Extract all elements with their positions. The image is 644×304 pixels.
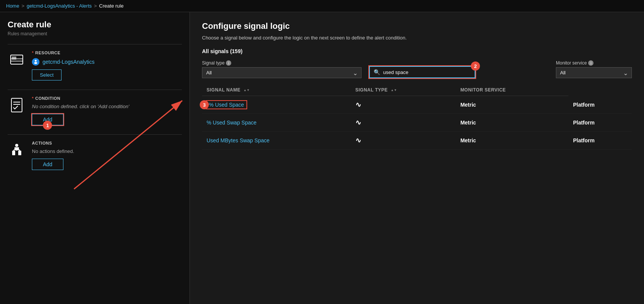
monitor-service-cell: Platform	[568, 96, 632, 114]
signal-type-label: Signal type i	[202, 60, 361, 66]
signals-count: All signals (159)	[202, 48, 632, 54]
resource-required-star: *	[32, 50, 34, 55]
condition-section: * CONDITION No condition defined. click …	[8, 96, 182, 125]
signal-type-cell: Metric	[456, 96, 568, 114]
search-input[interactable]	[383, 69, 471, 75]
monitor-service-filter: Monitor service i All	[556, 60, 632, 78]
page-subtitle: Rules management	[8, 31, 182, 36]
signal-type-select[interactable]: All	[202, 67, 361, 78]
breadcrumb-sep2: >	[94, 3, 97, 9]
actions-description: No actions defined.	[32, 148, 182, 154]
resource-badge-icon	[32, 58, 39, 66]
col-signal-name: SIGNAL NAME ▲▼	[202, 84, 351, 96]
metric-icon-cell: ∿	[351, 114, 456, 132]
monitor-service-label: Monitor service i	[556, 60, 632, 66]
table-row: Used MBytes Swap Space∿MetricPlatform	[202, 132, 632, 150]
signal-type-filter: Signal type i All	[202, 60, 361, 78]
resource-icon	[8, 50, 26, 69]
step-badge-3: 3	[200, 100, 209, 109]
search-box[interactable]: 🔍	[369, 66, 475, 78]
metric-icon: ∿	[355, 137, 361, 144]
condition-description: No condition defined. click on 'Add cond…	[32, 104, 182, 109]
signal-name-sort[interactable]: ▲▼	[243, 89, 250, 92]
add-actions-button[interactable]: Add	[32, 159, 63, 170]
signal-type-sort[interactable]: ▲▼	[391, 89, 397, 92]
monitor-service-info-icon: i	[588, 60, 593, 66]
condition-content: * CONDITION No condition defined. click …	[32, 96, 182, 125]
metric-icon: ∿	[355, 101, 361, 109]
breadcrumb-current: Create rule	[99, 3, 123, 9]
signal-type-cell: Metric	[456, 114, 568, 132]
right-panel: Configure signal logic Choose a signal b…	[190, 12, 644, 304]
signal-name-cell[interactable]: Used MBytes Swap Space	[202, 132, 351, 150]
signal-name-cell[interactable]: 3% Used Space	[202, 96, 351, 114]
condition-label: * CONDITION	[32, 96, 182, 101]
condition-required-star: *	[32, 96, 34, 101]
filter-row: Signal type i All 🔍 2 Mon	[202, 60, 632, 78]
signal-type-info-icon: i	[226, 60, 231, 66]
signal-type-select-wrapper[interactable]: All	[202, 67, 361, 78]
condition-icon	[8, 96, 26, 114]
resource-label: * RESOURCE	[32, 50, 182, 55]
step-badge-1: 1	[43, 121, 52, 130]
resource-name-text: getcmd-LogsAnalytics	[43, 59, 95, 65]
step-badge-2: 2	[471, 61, 480, 71]
panel-title: Configure signal logic	[202, 21, 632, 31]
monitor-service-cell: Platform	[568, 114, 632, 132]
monitor-service-cell: Platform	[568, 132, 632, 150]
search-icon: 🔍	[374, 69, 380, 75]
actions-label: ACTIONS	[32, 141, 182, 145]
monitor-service-select[interactable]: All	[556, 67, 632, 78]
col-monitor-service: MONITOR SERVICE	[456, 84, 568, 96]
signal-name-cell[interactable]: % Used Swap Space	[202, 114, 351, 132]
svg-rect-1	[12, 57, 16, 60]
svg-rect-6	[11, 98, 22, 112]
table-row: 3% Used Space∿MetricPlatform	[202, 96, 632, 114]
breadcrumb: Home > getcmd-LogsAnalytics - Alerts > C…	[0, 0, 644, 12]
panel-description: Choose a signal below and configure the …	[202, 35, 632, 41]
svg-point-9	[15, 144, 18, 147]
table-row: % Used Swap Space∿MetricPlatform	[202, 114, 632, 132]
actions-icon	[8, 141, 26, 159]
resource-section: * RESOURCE getcmd-LogsAnalytics Select	[8, 50, 182, 80]
left-panel: Create rule Rules management * RESOURCE	[0, 12, 190, 304]
metric-icon-cell: ∿	[351, 96, 456, 114]
resource-name-display: getcmd-LogsAnalytics	[32, 58, 182, 66]
signal-type-cell: Metric	[456, 132, 568, 150]
page-title: Create rule	[8, 20, 182, 30]
select-button[interactable]: Select	[32, 69, 62, 80]
svg-rect-10	[14, 147, 19, 150]
signals-table: SIGNAL NAME ▲▼ SIGNAL TYPE ▲▼ MONITOR SE…	[202, 84, 632, 150]
col-signal-type: SIGNAL TYPE ▲▼	[351, 84, 456, 96]
breadcrumb-alerts[interactable]: getcmd-LogsAnalytics - Alerts	[27, 3, 92, 9]
svg-point-5	[34, 62, 37, 64]
monitor-service-select-wrapper[interactable]: All	[556, 67, 632, 78]
metric-icon-cell: ∿	[351, 132, 456, 150]
metric-icon: ∿	[355, 119, 361, 126]
svg-point-4	[35, 60, 37, 62]
breadcrumb-home[interactable]: Home	[6, 3, 19, 9]
breadcrumb-sep1: >	[22, 3, 25, 9]
actions-section: ACTIONS No actions defined. Add	[8, 141, 182, 170]
resource-content: * RESOURCE getcmd-LogsAnalytics Select	[32, 50, 182, 80]
actions-content: ACTIONS No actions defined. Add	[32, 141, 182, 170]
signal-name-highlighted[interactable]: % Used Space	[207, 101, 246, 109]
